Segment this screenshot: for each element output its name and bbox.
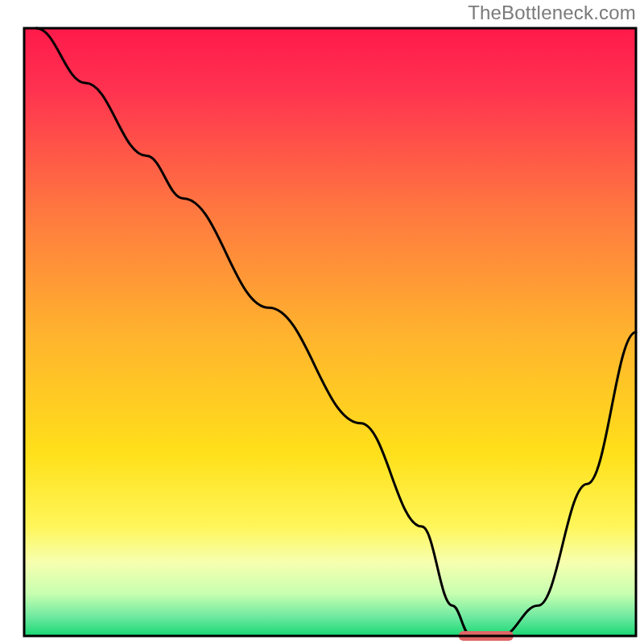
- bottleneck-chart: [0, 0, 644, 644]
- chart-container: TheBottleneck.com: [0, 0, 644, 644]
- watermark-text: TheBottleneck.com: [468, 2, 636, 24]
